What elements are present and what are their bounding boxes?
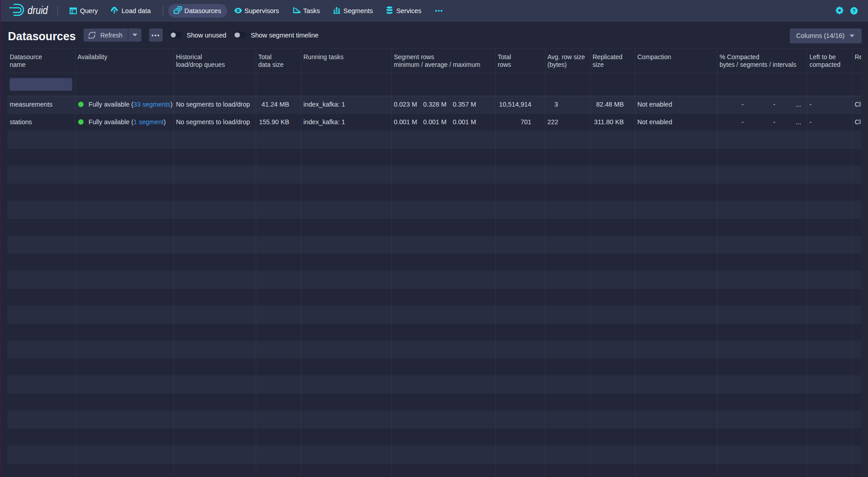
svg-text:?: ?: [852, 8, 855, 14]
